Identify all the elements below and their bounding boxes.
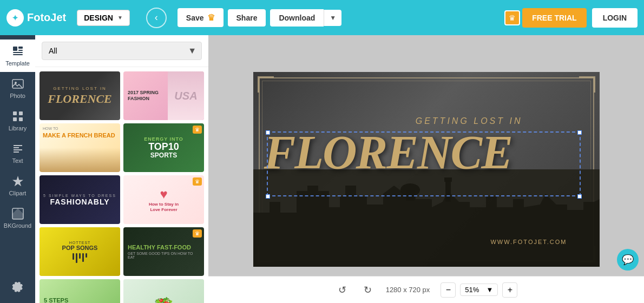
canvas-image: GETTING LOST IN FLORENCE WWW.FOTOJET.COM xyxy=(253,72,600,267)
login-label: LOGIN xyxy=(603,14,627,22)
canvas-florence-text: FLORENCE xyxy=(264,129,512,176)
filter-select[interactable]: All Travel Food Fashion Sports Music xyxy=(42,42,202,60)
zoom-controls: − 51% ▼ + xyxy=(441,282,517,298)
clipart-label: Clipart xyxy=(9,190,27,196)
header: ✦ FotoJet DESIGN ▼ ‹ Save ♛ Share Downlo… xyxy=(0,0,644,35)
thumb-food-title: HEALTHY FAST-FOOD xyxy=(128,244,191,251)
handle-bl[interactable] xyxy=(266,194,270,199)
template-icon xyxy=(11,45,24,58)
template-thumb-food[interactable]: HEALTHY FAST-FOOD GET SOME GOOD TIPS ON … xyxy=(123,227,204,276)
free-trial-wrapper: ♛ FREE TRIAL xyxy=(504,8,586,28)
svg-rect-10 xyxy=(19,117,23,121)
thumb-title: FLORENCE xyxy=(48,92,112,106)
template-filter: All Travel Food Fashion Sports Music ▼ xyxy=(35,35,208,67)
canvas-size: 1280 x 720 px xyxy=(386,286,430,294)
undo-button[interactable]: ↺ xyxy=(335,281,350,299)
design-label: DESIGN xyxy=(84,14,113,22)
save-label: Save xyxy=(186,14,204,22)
template-thumb-love[interactable]: ♥ How to Stay inLove Forever ♛ xyxy=(123,175,204,224)
template-thumb-steps[interactable]: 5 STEPSTO MANAGE xyxy=(40,279,120,303)
template-grid: GETTING LOST IN FLORENCE 2017 SPRINGFASH… xyxy=(35,67,208,303)
logo-text: FotoJet xyxy=(27,11,66,24)
template-thumb-hottest[interactable]: HOTTEST POP SONGS xyxy=(40,227,120,276)
free-trial-button[interactable]: FREE TRIAL xyxy=(522,8,586,28)
chat-icon: 💬 xyxy=(622,254,634,266)
download-dropdown-button[interactable]: ▼ xyxy=(324,10,341,26)
thumb-top10: TOP10 xyxy=(148,142,179,152)
template-label: Template xyxy=(5,60,30,67)
thumb-steps-title: 5 STEPSTO MANAGE xyxy=(44,297,80,303)
share-button[interactable]: Share xyxy=(228,9,266,27)
download-label: Download xyxy=(279,14,315,22)
chat-button[interactable]: 💬 xyxy=(617,249,639,271)
sidebar: Template Photo Library Text xyxy=(0,35,35,303)
filter-wrapper: All Travel Food Fashion Sports Music ▼ xyxy=(42,42,202,60)
sidebar-item-template[interactable]: Template xyxy=(0,39,35,72)
design-button[interactable]: DESIGN ▼ xyxy=(77,10,130,26)
redo-button[interactable]: ↻ xyxy=(360,281,375,299)
zoom-in-button[interactable]: + xyxy=(502,282,517,298)
sidebar-item-text[interactable]: Text xyxy=(0,137,35,169)
handle-tr[interactable] xyxy=(577,130,582,135)
template-thumb-fashion[interactable]: 2017 SPRINGFASHION USA xyxy=(123,71,204,120)
sidebar-item-library[interactable]: Library xyxy=(0,104,35,137)
sidebar-item-settings[interactable] xyxy=(0,274,35,298)
corner-tl xyxy=(258,76,274,93)
zoom-dropdown-icon: ▼ xyxy=(486,286,493,294)
bottom-toolbar: ↺ ↻ 1280 x 720 px − 51% ▼ + xyxy=(208,276,644,303)
thumb-simple: 5 SIMPLE WAYS TO DRESS xyxy=(43,194,116,197)
crown-icon: ♛ xyxy=(207,12,215,23)
text-icon xyxy=(11,142,24,155)
thumb-food-sub: GET SOME GOOD TIPS ON HOW TO EAT xyxy=(128,252,200,259)
svg-rect-2 xyxy=(18,50,23,51)
template-thumb-bread[interactable]: HOW TO MAKE A FRENCH BREAD xyxy=(40,123,120,172)
template-thumb-fashionably[interactable]: 5 SIMPLE WAYS TO DRESS FASHIONABLY xyxy=(40,175,120,224)
library-label: Library xyxy=(9,125,27,131)
thumb-howto: HOW TO xyxy=(43,127,58,130)
zoom-out-button[interactable]: − xyxy=(441,282,456,298)
premium-crown-icon: ♛ xyxy=(193,126,202,134)
thumb-subtitle: GETTING LOST IN xyxy=(53,86,107,91)
usa-text: USA xyxy=(174,90,197,102)
sidebar-item-bkground[interactable]: BKGround xyxy=(0,202,35,234)
svg-rect-1 xyxy=(18,47,23,49)
svg-rect-3 xyxy=(13,52,23,53)
photo-label: Photo xyxy=(10,93,25,99)
sidebar-item-photo[interactable]: Photo xyxy=(0,72,35,104)
template-panel: All Travel Food Fashion Sports Music ▼ G… xyxy=(35,35,208,303)
handle-br[interactable] xyxy=(577,194,582,199)
thumb-fashionably-title: FASHIONABLY xyxy=(50,197,109,206)
header-actions: Save ♛ Share Download ▼ xyxy=(178,8,341,27)
thumb-bread-title: MAKE A FRENCH BREAD xyxy=(43,132,117,139)
canvas-url-text: WWW.FOTOJET.COM xyxy=(490,239,567,245)
corner-tr xyxy=(579,76,595,93)
template-thumb-last[interactable]: 🥗 xyxy=(123,279,204,303)
canvas-wrapper[interactable]: GETTING LOST IN FLORENCE WWW.FOTOJET.COM xyxy=(253,72,600,267)
clipart-icon xyxy=(11,175,24,188)
text-label: Text xyxy=(12,157,23,164)
template-thumb-florence[interactable]: GETTING LOST IN FLORENCE xyxy=(40,71,120,120)
template-thumb-sports[interactable]: ENERGY INTO TOP10 SPORTS ♛ xyxy=(123,123,204,172)
premium-crown-icon-3: ♛ xyxy=(193,229,202,238)
city-silhouette xyxy=(253,169,600,267)
zoom-value-display[interactable]: 51% ▼ xyxy=(460,284,498,296)
download-button-wrapper: Download ▼ xyxy=(270,9,341,27)
sidebar-item-clipart[interactable]: Clipart xyxy=(0,169,35,202)
logo: ✦ FotoJet xyxy=(6,9,66,27)
back-arrow-button[interactable]: ‹ xyxy=(146,8,167,28)
music-bars xyxy=(73,253,87,263)
login-button[interactable]: LOGIN xyxy=(592,8,638,28)
zoom-percent: 51% xyxy=(465,286,479,294)
crown-badge: ♛ xyxy=(504,10,520,25)
settings-icon xyxy=(11,279,24,292)
svg-rect-0 xyxy=(13,47,17,51)
thumb-fashion-title: 2017 SPRINGFASHION xyxy=(128,90,159,102)
chevron-down-icon: ▼ xyxy=(117,15,123,21)
svg-rect-8 xyxy=(19,111,23,115)
download-button[interactable]: Download xyxy=(270,9,324,27)
logo-icon: ✦ xyxy=(6,9,24,27)
bkground-label: BKGround xyxy=(4,222,31,229)
save-button[interactable]: Save ♛ xyxy=(178,8,224,27)
thumb-fashion-img: USA xyxy=(168,71,204,120)
handle-tl[interactable] xyxy=(266,130,270,135)
